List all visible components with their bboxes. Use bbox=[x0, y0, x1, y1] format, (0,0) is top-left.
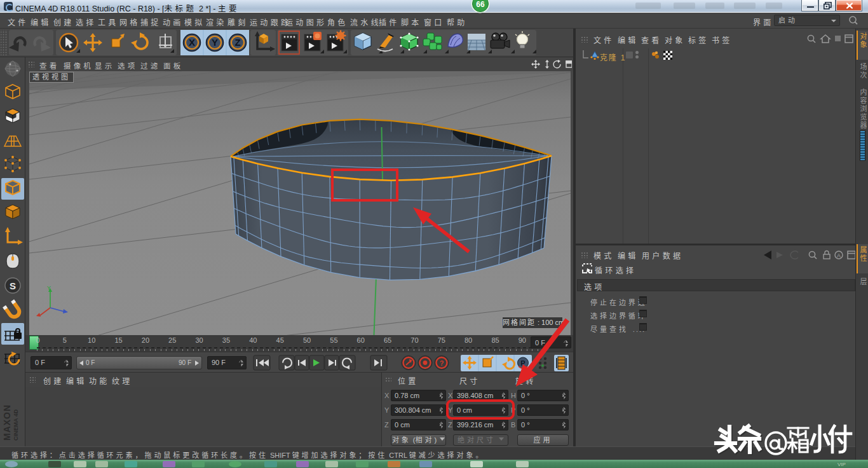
svg-text:A: A bbox=[837, 252, 841, 259]
svg-text:Z: Z bbox=[234, 37, 240, 48]
svg-text:Y: Y bbox=[47, 285, 51, 291]
svg-text:S: S bbox=[10, 280, 16, 291]
svg-text:Y: Y bbox=[212, 37, 218, 48]
svg-text:P: P bbox=[520, 359, 525, 367]
svg-text:?: ? bbox=[440, 359, 444, 367]
svg-text:X: X bbox=[189, 37, 195, 48]
